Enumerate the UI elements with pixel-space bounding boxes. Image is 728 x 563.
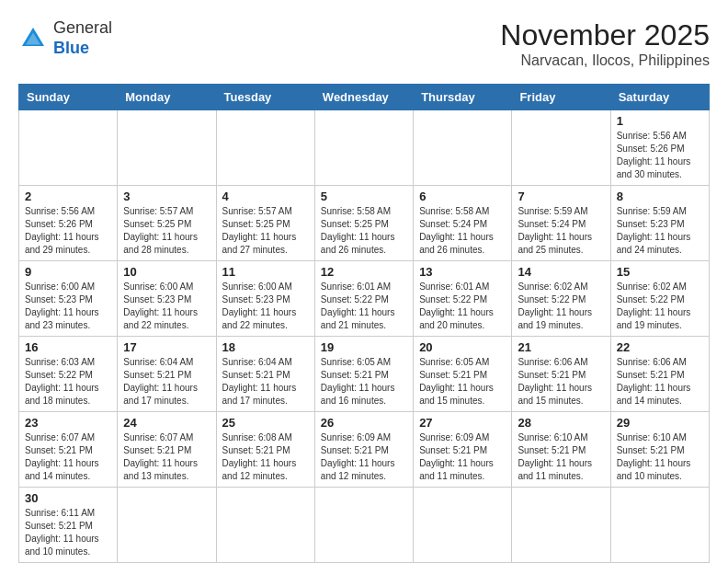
day-content: Sunrise: 6:08 AM Sunset: 5:21 PM Dayligh… bbox=[222, 431, 309, 483]
logo: General Blue bbox=[18, 18, 112, 58]
day-content: Sunrise: 6:07 AM Sunset: 5:21 PM Dayligh… bbox=[123, 431, 210, 483]
day-content: Sunrise: 6:02 AM Sunset: 5:22 PM Dayligh… bbox=[617, 281, 703, 332]
weekday-header: Saturday bbox=[610, 85, 709, 110]
day-number: 2 bbox=[25, 190, 111, 203]
weekday-header: Tuesday bbox=[216, 85, 314, 110]
calendar-cell: 13Sunrise: 6:01 AM Sunset: 5:22 PM Dayli… bbox=[414, 261, 512, 337]
calendar-cell: 25Sunrise: 6:08 AM Sunset: 5:21 PM Dayli… bbox=[216, 412, 314, 488]
calendar-cell: 14Sunrise: 6:02 AM Sunset: 5:22 PM Dayli… bbox=[512, 261, 610, 337]
day-content: Sunrise: 6:02 AM Sunset: 5:22 PM Dayligh… bbox=[518, 281, 604, 332]
calendar-cell: 11Sunrise: 6:00 AM Sunset: 5:23 PM Dayli… bbox=[216, 261, 314, 337]
calendar-cell: 1Sunrise: 5:56 AM Sunset: 5:26 PM Daylig… bbox=[610, 110, 709, 186]
day-number: 23 bbox=[25, 416, 111, 430]
calendar-week-row: 9Sunrise: 6:00 AM Sunset: 5:23 PM Daylig… bbox=[19, 261, 710, 337]
calendar-cell bbox=[314, 488, 413, 563]
day-number: 28 bbox=[518, 416, 604, 430]
day-content: Sunrise: 6:11 AM Sunset: 5:21 PM Dayligh… bbox=[25, 507, 111, 558]
day-number: 13 bbox=[419, 265, 506, 279]
day-content: Sunrise: 5:56 AM Sunset: 5:26 PM Dayligh… bbox=[25, 205, 111, 257]
calendar-cell: 29Sunrise: 6:10 AM Sunset: 5:21 PM Dayli… bbox=[610, 412, 709, 488]
calendar-cell: 21Sunrise: 6:06 AM Sunset: 5:21 PM Dayli… bbox=[512, 337, 610, 412]
calendar-week-row: 30Sunrise: 6:11 AM Sunset: 5:21 PM Dayli… bbox=[19, 488, 710, 563]
calendar-cell bbox=[216, 110, 314, 186]
calendar-cell: 10Sunrise: 6:00 AM Sunset: 5:23 PM Dayli… bbox=[118, 261, 216, 337]
calendar-cell bbox=[512, 488, 610, 563]
weekday-header: Monday bbox=[118, 85, 216, 110]
calendar-cell: 18Sunrise: 6:04 AM Sunset: 5:21 PM Dayli… bbox=[216, 337, 314, 412]
calendar-cell: 22Sunrise: 6:06 AM Sunset: 5:21 PM Dayli… bbox=[610, 337, 709, 412]
day-content: Sunrise: 6:09 AM Sunset: 5:21 PM Dayligh… bbox=[419, 431, 506, 483]
calendar-table: SundayMondayTuesdayWednesdayThursdayFrid… bbox=[18, 84, 710, 563]
calendar-cell: 23Sunrise: 6:07 AM Sunset: 5:21 PM Dayli… bbox=[19, 412, 118, 488]
day-content: Sunrise: 6:05 AM Sunset: 5:21 PM Dayligh… bbox=[419, 356, 506, 408]
day-content: Sunrise: 6:05 AM Sunset: 5:21 PM Dayligh… bbox=[321, 356, 407, 408]
day-number: 6 bbox=[419, 190, 506, 203]
day-number: 21 bbox=[518, 340, 604, 354]
calendar-cell: 30Sunrise: 6:11 AM Sunset: 5:21 PM Dayli… bbox=[19, 488, 118, 563]
day-number: 10 bbox=[123, 265, 210, 279]
calendar-cell bbox=[216, 488, 314, 563]
day-number: 25 bbox=[222, 416, 309, 430]
calendar-cell bbox=[414, 110, 512, 186]
calendar-cell: 4Sunrise: 5:57 AM Sunset: 5:25 PM Daylig… bbox=[216, 186, 314, 261]
day-content: Sunrise: 6:06 AM Sunset: 5:21 PM Dayligh… bbox=[617, 356, 703, 408]
day-number: 16 bbox=[25, 340, 111, 354]
day-content: Sunrise: 6:00 AM Sunset: 5:23 PM Dayligh… bbox=[25, 281, 111, 332]
calendar-cell bbox=[610, 488, 709, 563]
calendar-cell: 16Sunrise: 6:03 AM Sunset: 5:22 PM Dayli… bbox=[19, 337, 118, 412]
day-number: 18 bbox=[222, 340, 309, 354]
day-number: 11 bbox=[222, 265, 309, 279]
day-content: Sunrise: 5:59 AM Sunset: 5:24 PM Dayligh… bbox=[518, 205, 604, 257]
calendar-cell: 6Sunrise: 5:58 AM Sunset: 5:24 PM Daylig… bbox=[414, 186, 512, 261]
day-number: 4 bbox=[222, 190, 309, 203]
weekday-header: Sunday bbox=[19, 85, 118, 110]
calendar-cell: 26Sunrise: 6:09 AM Sunset: 5:21 PM Dayli… bbox=[314, 412, 413, 488]
day-number: 27 bbox=[419, 416, 506, 430]
day-number: 14 bbox=[518, 265, 604, 279]
day-content: Sunrise: 6:10 AM Sunset: 5:21 PM Dayligh… bbox=[617, 431, 703, 483]
day-number: 12 bbox=[321, 265, 407, 279]
calendar-cell bbox=[19, 110, 118, 186]
calendar-cell bbox=[118, 110, 216, 186]
calendar-cell: 2Sunrise: 5:56 AM Sunset: 5:26 PM Daylig… bbox=[19, 186, 118, 261]
day-content: Sunrise: 6:01 AM Sunset: 5:22 PM Dayligh… bbox=[321, 281, 407, 332]
day-content: Sunrise: 6:00 AM Sunset: 5:23 PM Dayligh… bbox=[222, 281, 309, 332]
day-content: Sunrise: 6:03 AM Sunset: 5:22 PM Dayligh… bbox=[25, 356, 111, 408]
calendar-cell: 19Sunrise: 6:05 AM Sunset: 5:21 PM Dayli… bbox=[314, 337, 413, 412]
day-content: Sunrise: 6:07 AM Sunset: 5:21 PM Dayligh… bbox=[25, 431, 111, 483]
calendar-header-row: SundayMondayTuesdayWednesdayThursdayFrid… bbox=[19, 85, 710, 110]
calendar-cell: 5Sunrise: 5:58 AM Sunset: 5:25 PM Daylig… bbox=[314, 186, 413, 261]
day-number: 19 bbox=[321, 340, 407, 354]
day-content: Sunrise: 5:58 AM Sunset: 5:24 PM Dayligh… bbox=[419, 205, 506, 257]
day-number: 5 bbox=[321, 190, 407, 203]
calendar-week-row: 16Sunrise: 6:03 AM Sunset: 5:22 PM Dayli… bbox=[19, 337, 710, 412]
day-content: Sunrise: 6:00 AM Sunset: 5:23 PM Dayligh… bbox=[123, 281, 210, 332]
calendar-cell bbox=[512, 110, 610, 186]
calendar-cell: 15Sunrise: 6:02 AM Sunset: 5:22 PM Dayli… bbox=[610, 261, 709, 337]
day-number: 20 bbox=[419, 340, 506, 354]
calendar-cell: 3Sunrise: 5:57 AM Sunset: 5:25 PM Daylig… bbox=[118, 186, 216, 261]
day-number: 29 bbox=[617, 416, 703, 430]
calendar-cell bbox=[118, 488, 216, 563]
calendar-cell: 27Sunrise: 6:09 AM Sunset: 5:21 PM Dayli… bbox=[414, 412, 512, 488]
weekday-header: Thursday bbox=[414, 85, 512, 110]
day-number: 8 bbox=[617, 190, 703, 203]
calendar-cell bbox=[314, 110, 413, 186]
page-header: General Blue November 2025 Narvacan, Ilo… bbox=[18, 18, 710, 69]
calendar-cell bbox=[414, 488, 512, 563]
day-content: Sunrise: 5:57 AM Sunset: 5:25 PM Dayligh… bbox=[123, 205, 210, 257]
day-content: Sunrise: 6:10 AM Sunset: 5:21 PM Dayligh… bbox=[518, 431, 604, 483]
day-number: 24 bbox=[123, 416, 210, 430]
day-content: Sunrise: 6:04 AM Sunset: 5:21 PM Dayligh… bbox=[123, 356, 210, 408]
location-subtitle: Narvacan, Ilocos, Philippines bbox=[500, 52, 710, 69]
logo-icon bbox=[18, 24, 48, 53]
day-number: 17 bbox=[123, 340, 210, 354]
calendar-cell: 7Sunrise: 5:59 AM Sunset: 5:24 PM Daylig… bbox=[512, 186, 610, 261]
logo-text: General Blue bbox=[53, 18, 112, 58]
day-content: Sunrise: 5:56 AM Sunset: 5:26 PM Dayligh… bbox=[617, 130, 703, 181]
calendar-cell: 24Sunrise: 6:07 AM Sunset: 5:21 PM Dayli… bbox=[118, 412, 216, 488]
calendar-cell: 8Sunrise: 5:59 AM Sunset: 5:23 PM Daylig… bbox=[610, 186, 709, 261]
calendar-cell: 12Sunrise: 6:01 AM Sunset: 5:22 PM Dayli… bbox=[314, 261, 413, 337]
day-number: 15 bbox=[617, 265, 703, 279]
day-content: Sunrise: 5:59 AM Sunset: 5:23 PM Dayligh… bbox=[617, 205, 703, 257]
